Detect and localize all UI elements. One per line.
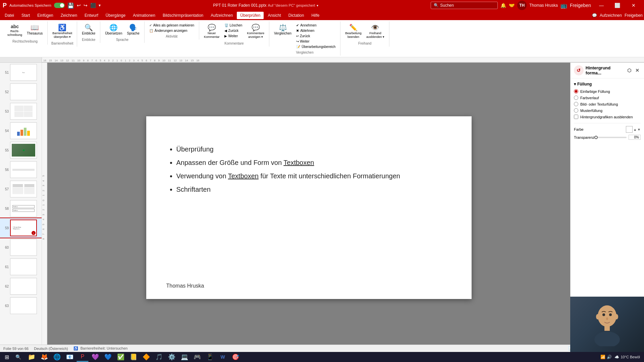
slide-thumb-62[interactable]: 62 xyxy=(0,277,42,296)
slide-thumb-59[interactable]: 59 • Überprüfung • Anpassen... ↖ xyxy=(0,218,42,238)
taskbar-game[interactable]: 🎮 xyxy=(191,352,203,362)
share-icon[interactable]: 🤝 xyxy=(509,3,515,8)
undo-icon[interactable]: ↩ xyxy=(77,3,81,8)
taskbar-phone[interactable]: 📱 xyxy=(204,352,216,362)
section-fullung-header[interactable]: ▾ Füllung xyxy=(574,82,641,86)
taskbar-todo[interactable]: ✅ xyxy=(115,352,127,362)
taskbar-settings[interactable]: ⚙️ xyxy=(166,352,178,362)
freigeben-btn[interactable]: Freigeben xyxy=(625,13,643,18)
taskbar-teams[interactable]: 💜 xyxy=(89,352,101,362)
slider-track[interactable] xyxy=(594,137,627,138)
color-up-arrow[interactable]: ▲ xyxy=(633,128,637,131)
slide-thumb-57[interactable]: 57 xyxy=(0,179,42,199)
alles-gelesen-btn[interactable]: ✓ Alles als gelesen markieren xyxy=(147,23,196,28)
slide-thumb-51[interactable]: 51 Text xyxy=(0,63,42,82)
share-btn[interactable]: Freigeben xyxy=(570,3,591,8)
taskbar-mail[interactable]: 📧 xyxy=(64,352,76,362)
canvas-area[interactable]: Überprüfung Anpassen der Größe und Form … xyxy=(47,63,570,352)
panel-close-icon[interactable]: ✕ xyxy=(634,67,641,74)
taskbar-pc[interactable]: 💻 xyxy=(178,352,191,362)
taskbar-extra[interactable]: 🎯 xyxy=(229,352,241,362)
aufzeichnen-btn[interactable]: Aufzeichnen xyxy=(600,13,622,18)
slide-thumb-52[interactable]: 52 xyxy=(0,82,42,102)
search-box[interactable]: 🔍 Suchen xyxy=(431,2,498,9)
thesaurus-btn[interactable]: 📖 Thesaurus xyxy=(25,23,45,37)
panel-expand-icon[interactable]: ⬡ xyxy=(626,67,633,74)
weiter-comment-btn[interactable]: ▶ Weiter xyxy=(222,34,245,39)
vergleichen-btn[interactable]: ⚖️ Vergleichen xyxy=(272,23,293,37)
taskbar-search-btn[interactable]: 🔍 xyxy=(13,352,23,362)
sprache-btn[interactable]: 🗣️ Sprache xyxy=(125,23,141,37)
bell-icon[interactable]: 🔔 xyxy=(500,3,506,8)
fill-option-4[interactable]: Musterfüllung xyxy=(574,108,641,113)
freihand-ausblenden-btn[interactable]: 👁️ Freihandausblenden ▾ xyxy=(364,23,386,40)
aenderungen-btn[interactable]: 📋 Änderungen anzeigen xyxy=(147,28,196,33)
slide-thumb-58[interactable]: 58 Textbox Textbox xyxy=(0,199,42,218)
slide-thumb-60[interactable]: 60 xyxy=(0,238,42,257)
slide-canvas[interactable]: Überprüfung Anpassen der Größe und Form … xyxy=(146,116,472,299)
slide-thumb-56[interactable]: 56 xyxy=(0,160,42,179)
menu-hilfe[interactable]: Hilfe xyxy=(308,12,323,19)
bearbeitung-beenden-btn[interactable]: ✏️ Bearbeitungbeenden xyxy=(343,23,364,40)
menu-zeichnen[interactable]: Zeichnen xyxy=(57,12,80,19)
fill-radio-4[interactable] xyxy=(574,108,578,113)
taskbar-spotify[interactable]: 🎵 xyxy=(153,352,165,362)
user-avatar[interactable]: TH xyxy=(517,1,527,10)
menu-einfuegen[interactable]: Einfügen xyxy=(34,12,56,19)
taskbar-onenote[interactable]: 📒 xyxy=(127,352,140,362)
present-icon[interactable]: 📺 xyxy=(560,2,567,9)
zurueck-comment-btn[interactable]: ◀ Zurück xyxy=(222,28,245,33)
taskbar-word[interactable]: W xyxy=(217,352,229,362)
ablehnen-btn[interactable]: ✖ Ablehnen xyxy=(294,28,337,33)
taskbar-chrome[interactable]: 🌐 xyxy=(51,352,63,362)
weiter-vergl-btn[interactable]: ↪ Weiter xyxy=(294,39,337,44)
annehmen-btn[interactable]: ✔ Annehmen xyxy=(294,23,337,28)
menu-dictation[interactable]: Dictation xyxy=(285,12,308,19)
neuer-kommentar-btn[interactable]: 💬 NeuerKommentar xyxy=(202,23,222,40)
ueberarb-btn[interactable]: 📝 Überarbeitungsbereich xyxy=(294,44,337,49)
slide-thumb-61[interactable]: 61 xyxy=(0,257,42,277)
menu-uebergaenge[interactable]: Übergänge xyxy=(102,12,129,19)
slide-panel[interactable]: 51 Text 52 53 54 xyxy=(0,63,42,352)
hide-graphics-check[interactable] xyxy=(574,115,578,119)
menu-aufzeichnen[interactable]: Aufzeichnen xyxy=(207,12,236,19)
barrierefreiheit-btn[interactable]: ♿ Barrierefreiheitüberprüfen ▾ xyxy=(50,23,74,40)
menu-datei[interactable]: Datei xyxy=(1,12,17,19)
format-icon[interactable]: ⬛ xyxy=(90,3,96,8)
fill-option-1[interactable]: Einfarbige Füllung xyxy=(574,89,641,94)
fill-radio-1[interactable] xyxy=(574,89,578,94)
color-down-arrow[interactable]: ▼ xyxy=(637,128,641,131)
slide-thumb-55[interactable]: 55 🌲 xyxy=(0,140,42,160)
fill-option-2[interactable]: Farbverlauf xyxy=(574,96,641,100)
dropdown-icon[interactable]: ▾ xyxy=(99,3,101,8)
percent-box[interactable]: 0% xyxy=(629,135,641,140)
volume-icon[interactable]: 🔊 xyxy=(607,355,612,359)
close-btn[interactable]: ✕ xyxy=(626,0,641,11)
uebersetzen-btn[interactable]: 🌐 Übersetzen xyxy=(103,23,124,37)
loeschen-btn[interactable]: 🗑️ Löschen xyxy=(222,23,245,28)
maximize-btn[interactable]: ⬜ xyxy=(610,0,625,11)
taskbar-skype[interactable]: 💙 xyxy=(102,352,114,362)
start-btn[interactable]: ⊞ xyxy=(1,352,12,362)
menu-bildschirm[interactable]: Bildschirmpräsentation xyxy=(159,12,207,19)
fill-radio-3[interactable] xyxy=(574,102,578,106)
color-swatch[interactable] xyxy=(626,126,633,133)
comment-icon[interactable]: 💬 xyxy=(592,13,597,18)
fill-option-3[interactable]: Bild- oder Texturfüllung xyxy=(574,102,641,106)
menu-entwurf[interactable]: Entwurf xyxy=(81,12,102,19)
einblicke-btn[interactable]: 🔍 Einblicke xyxy=(80,23,97,37)
autosave-toggle[interactable] xyxy=(54,3,65,8)
menu-ansicht[interactable]: Ansicht xyxy=(264,12,284,19)
fill-radio-2[interactable] xyxy=(574,96,578,100)
menu-animationen[interactable]: Animationen xyxy=(129,12,159,19)
taskbar-explorer[interactable]: 📁 xyxy=(25,352,38,362)
minimize-btn[interactable]: — xyxy=(594,0,609,11)
zurueck-vergl-btn[interactable]: ↩ Zurück xyxy=(294,34,337,39)
panel-undo-icon[interactable]: ↺ xyxy=(574,65,584,75)
save-icon[interactable]: 💾 xyxy=(67,2,74,9)
rechtschreibung-btn[interactable]: abc Recht-schreibung xyxy=(5,23,24,38)
slide-thumb-53[interactable]: 53 xyxy=(0,102,42,121)
taskbar-powerpoint[interactable]: P xyxy=(76,352,89,362)
taskbar-yammer[interactable]: 🔶 xyxy=(140,352,152,362)
fill-option-5[interactable]: Hintergrundgrafiken ausblenden xyxy=(574,115,641,119)
